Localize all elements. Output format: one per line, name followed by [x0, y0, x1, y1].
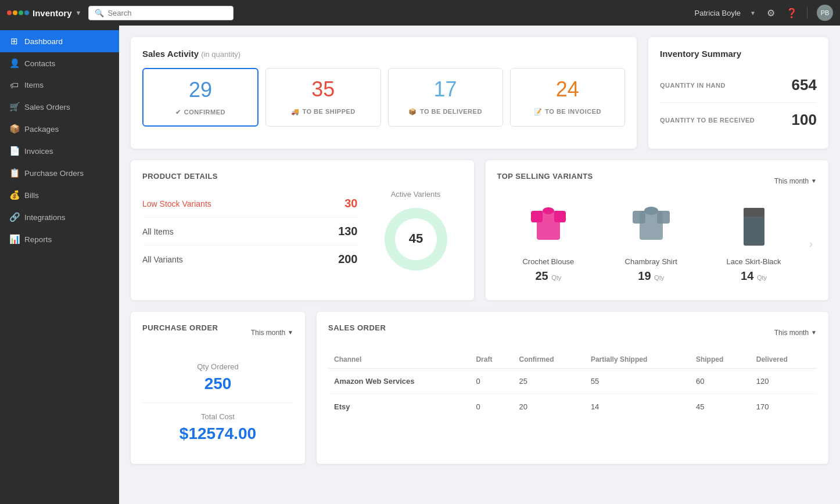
product-stats: Low Stock Variants 30All Items 130All Va… [142, 190, 358, 274]
sidebar-icon-sales-orders: 🛒 [9, 102, 19, 112]
top-selling-filter[interactable]: This month ▼ [774, 177, 817, 185]
inventory-summary-card: Inventory Summary QUANTITY IN HAND 654QU… [648, 37, 828, 149]
svg-rect-5 [554, 211, 566, 222]
sidebar: ⊞ Dashboard👤 Contacts🏷 Items🛒 Sales Orde… [0, 26, 119, 504]
settings-icon[interactable]: ⚙ [765, 7, 777, 19]
sidebar-item-contacts[interactable]: 👤 Contacts [0, 52, 119, 74]
app-dropdown-icon[interactable]: ▼ [76, 9, 82, 16]
bottom-row: PURCHASE ORDER This month ▼ Qty Ordered … [131, 312, 828, 464]
sales-activity-card: Sales Activity (in quantity) 29 ✔ CONFIR… [131, 37, 637, 149]
inv-label: QUANTITY TO BE RECEIVED [660, 117, 755, 124]
inventory-row: QUANTITY TO BE RECEIVED 100 [660, 103, 817, 137]
sidebar-icon-packages: 📦 [9, 124, 19, 134]
sidebar-item-items[interactable]: 🏷 Items [0, 74, 119, 96]
sidebar-item-reports[interactable]: 📊 Reports [0, 228, 119, 250]
sidebar-label-contacts: Contacts [24, 59, 55, 68]
user-name[interactable]: Patricia Boyle [695, 9, 741, 17]
so-row-1[interactable]: Etsy0201445170 [328, 394, 817, 420]
so-col-header: Shipped [690, 351, 751, 369]
app-body: ⊞ Dashboard👤 Contacts🏷 Items🛒 Sales Orde… [0, 26, 840, 504]
sidebar-icon-purchase-orders: 📋 [9, 168, 19, 178]
so-filter[interactable]: This month ▼ [774, 329, 817, 337]
product-name-1: Chambray Shirt [605, 257, 697, 266]
metric-icon-confirmed: ✔ [175, 109, 181, 116]
search-bar[interactable]: 🔍 [88, 6, 234, 20]
search-input[interactable] [107, 9, 227, 17]
donut-label: Active Varients [391, 190, 441, 199]
search-icon: 🔍 [95, 9, 104, 17]
product-details-title: PRODUCT DETAILS [142, 172, 462, 181]
product-qty-1: 19 Qty [605, 269, 697, 283]
user-dropdown-icon[interactable]: ▼ [750, 10, 756, 16]
so-cell: 14 [585, 394, 690, 420]
po-stat-value: $12574.00 [142, 424, 293, 443]
main-content: Sales Activity (in quantity) 29 ✔ CONFIR… [119, 26, 840, 504]
po-filter[interactable]: This month ▼ [251, 329, 293, 337]
so-cell: 20 [514, 394, 585, 420]
filter-dropdown-icon: ▼ [811, 178, 817, 184]
so-cell: 25 [514, 369, 585, 394]
po-stat-row: Total Cost $12574.00 [142, 403, 293, 452]
sidebar-icon-integrations: 🔗 [9, 212, 19, 222]
sidebar-item-packages[interactable]: 📦 Packages [0, 118, 119, 140]
product-qty-0: 25 Qty [503, 269, 594, 283]
metric-box-confirmed[interactable]: 29 ✔ CONFIRMED [142, 68, 259, 127]
products-nav-arrow[interactable]: › [805, 238, 817, 250]
sidebar-label-sales-orders: Sales Orders [24, 103, 70, 111]
svg-point-6 [543, 207, 554, 214]
inventory-row: QUANTITY IN HAND 654 [660, 68, 817, 103]
product-details-card: PRODUCT DETAILS Low Stock Variants 30All… [131, 160, 474, 300]
product-image-1 [628, 205, 674, 251]
avatar[interactable]: PB [817, 5, 833, 21]
svg-rect-12 [744, 208, 764, 217]
product-item-1[interactable]: Chambray Shirt 19 Qty [600, 199, 702, 289]
sidebar-item-integrations[interactable]: 🔗 Integrations [0, 206, 119, 228]
product-image-2 [731, 205, 777, 251]
sidebar-icon-bills: 💰 [9, 190, 19, 200]
product-item-0[interactable]: Crochet Blouse 25 Qty [497, 199, 600, 289]
metric-value-to-be-invoiced: 24 [518, 78, 618, 101]
help-icon[interactable]: ❓ [786, 7, 798, 19]
sidebar-item-invoices[interactable]: 📄 Invoices [0, 140, 119, 162]
so-col-header: Confirmed [514, 351, 585, 369]
metric-label-to-be-invoiced: 📝 TO BE INVOICED [518, 108, 618, 116]
products-grid: Crochet Blouse 25 Qty Chambray Shirt 19 … [497, 199, 817, 289]
metric-box-to-be-delivered[interactable]: 17 📦 TO BE DELIVERED [388, 68, 503, 127]
stat-label: All Variants [142, 255, 183, 264]
ts-header: TOP SELLING VARIANTS This month ▼ [497, 172, 817, 190]
sidebar-label-purchase-orders: Purchase Orders [24, 169, 84, 178]
middle-row: PRODUCT DETAILS Low Stock Variants 30All… [131, 160, 828, 300]
purchase-order-card: PURCHASE ORDER This month ▼ Qty Ordered … [131, 312, 305, 464]
sidebar-icon-dashboard: ⊞ [9, 36, 19, 46]
product-item-2[interactable]: Lace Skirt-Black 14 Qty [702, 199, 805, 289]
so-col-header: Partially Shipped [585, 351, 690, 369]
sidebar-item-dashboard[interactable]: ⊞ Dashboard [0, 30, 119, 52]
metric-box-to-be-shipped[interactable]: 35 🚚 TO BE SHIPPED [265, 68, 380, 127]
product-stat-row[interactable]: Low Stock Variants 30 [142, 190, 358, 218]
product-inner: Low Stock Variants 30All Items 130All Va… [142, 190, 462, 274]
metric-label-confirmed: ✔ CONFIRMED [150, 109, 250, 116]
metric-value-to-be-delivered: 17 [396, 78, 496, 101]
inv-value: 100 [792, 111, 817, 129]
sidebar-item-purchase-orders[interactable]: 📋 Purchase Orders [0, 162, 119, 184]
product-image-0 [525, 205, 572, 251]
separator [807, 7, 807, 19]
stat-value: 30 [344, 197, 357, 210]
so-cell: 0 [470, 394, 513, 420]
po-stat-label: Total Cost [142, 412, 293, 421]
so-cell: 0 [470, 369, 513, 394]
so-cell: 170 [751, 394, 817, 420]
so-row-0[interactable]: Amazon Web Services0255560120 [328, 369, 817, 394]
sidebar-label-dashboard: Dashboard [24, 37, 63, 46]
so-cell: 45 [690, 394, 751, 420]
nav-right: Patricia Boyle ▼ ⚙ ❓ PB [695, 5, 833, 21]
stat-label: Low Stock Variants [142, 199, 211, 208]
product-name-0: Crochet Blouse [503, 257, 594, 266]
brand-logo: Inventory ▼ [7, 8, 81, 18]
sidebar-item-sales-orders[interactable]: 🛒 Sales Orders [0, 96, 119, 118]
sidebar-item-bills[interactable]: 💰 Bills [0, 184, 119, 206]
metric-box-to-be-invoiced[interactable]: 24 📝 TO BE INVOICED [510, 68, 625, 127]
sidebar-label-items: Items [24, 81, 44, 89]
app-name: Inventory [33, 8, 72, 18]
so-cell: Etsy [328, 394, 470, 420]
